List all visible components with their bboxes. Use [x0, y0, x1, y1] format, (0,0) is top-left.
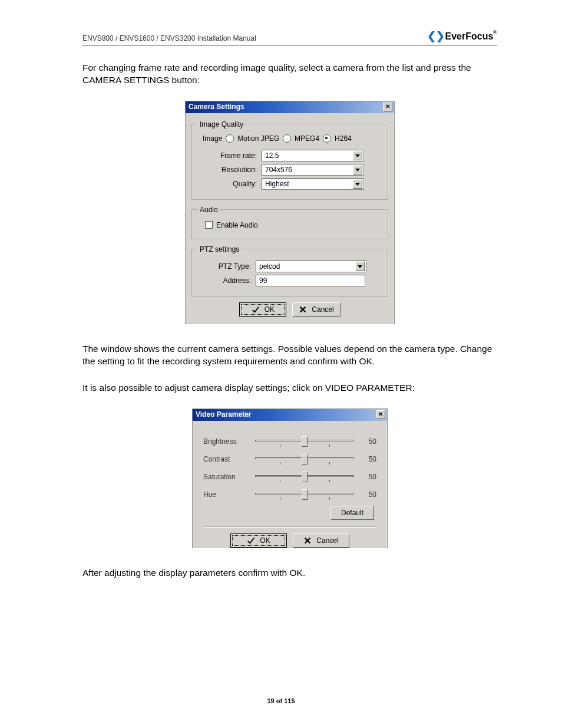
- resolution-value: 704x576: [265, 166, 292, 174]
- page-number: 19 of 115: [0, 697, 562, 704]
- cancel-button[interactable]: Cancel: [293, 533, 349, 548]
- hue-label: Hue: [203, 490, 250, 499]
- svg-marker-1: [355, 169, 360, 172]
- brightness-slider[interactable]: [255, 435, 354, 448]
- paragraph-4: After adjusting the display parameters c…: [82, 567, 497, 579]
- check-icon: [252, 305, 260, 314]
- contrast-label: Contrast: [203, 455, 250, 463]
- contrast-slider[interactable]: [255, 453, 354, 466]
- saturation-label: Saturation: [203, 473, 250, 481]
- video-parameter-title: Video Parameter: [196, 410, 252, 419]
- chevron-down-icon[interactable]: [353, 151, 362, 160]
- ptz-group: PTZ settings PTZ Type: pelcod Address: 9…: [191, 245, 388, 297]
- svg-marker-0: [355, 154, 360, 157]
- radio-h264-label: H264: [335, 134, 352, 143]
- hue-slider[interactable]: [255, 488, 354, 501]
- frame-rate-combo[interactable]: 12.5: [262, 150, 364, 162]
- radio-mjpeg-label: Motion JPEG: [237, 134, 279, 143]
- x-icon: [299, 305, 307, 314]
- resolution-combo[interactable]: 704x576: [262, 164, 364, 176]
- video-parameter-dialog: Video Parameter ✕ Brightness 50 Contrast: [192, 409, 388, 548]
- image-quality-legend: Image Quality: [198, 120, 245, 129]
- brightness-value: 50: [359, 437, 376, 446]
- ptz-type-label: PTZ Type:: [198, 262, 256, 271]
- audio-legend: Audio: [198, 206, 220, 214]
- address-label: Address:: [198, 276, 256, 285]
- video-parameter-titlebar[interactable]: Video Parameter ✕: [193, 409, 387, 421]
- paragraph-2: The window shows the current camera sett…: [82, 343, 497, 368]
- cancel-button[interactable]: Cancel: [292, 302, 340, 317]
- saturation-slider[interactable]: [255, 470, 354, 483]
- radio-h264[interactable]: [323, 134, 331, 143]
- ok-label: OK: [260, 536, 270, 545]
- ptz-legend: PTZ settings: [198, 245, 241, 253]
- ok-label: OK: [265, 305, 275, 314]
- address-input[interactable]: 99: [256, 275, 365, 286]
- paragraph-1: For changing frame rate and recording im…: [82, 62, 497, 87]
- brightness-label: Brightness: [203, 437, 250, 446]
- header-divider: [82, 45, 497, 45]
- quality-value: Highest: [265, 180, 289, 188]
- default-button[interactable]: Default: [330, 506, 374, 520]
- saturation-value: 50: [359, 473, 376, 481]
- enable-audio-checkbox[interactable]: [205, 221, 213, 229]
- doc-title: ENVS800 / ENVS1600 / ENVS3200 Installati…: [82, 34, 256, 42]
- ok-button[interactable]: OK: [230, 533, 287, 548]
- chevron-down-icon[interactable]: [353, 165, 362, 174]
- chevron-down-icon[interactable]: [353, 179, 362, 189]
- ok-button[interactable]: OK: [239, 302, 286, 317]
- paragraph-3: It is also possible to adjust camera dis…: [82, 382, 497, 394]
- check-icon: [247, 536, 255, 545]
- x-icon: [303, 536, 312, 545]
- brand-icon: ❮❯: [427, 30, 445, 42]
- chevron-down-icon[interactable]: [355, 262, 365, 271]
- default-label: Default: [341, 509, 363, 517]
- ptz-type-combo[interactable]: pelcod: [256, 261, 366, 272]
- hue-value: 50: [359, 490, 376, 499]
- camera-settings-title: Camera Settings: [189, 103, 244, 111]
- frame-rate-label: Frame rate:: [198, 151, 262, 160]
- cancel-label: Cancel: [312, 305, 333, 314]
- frame-rate-value: 12.5: [265, 151, 279, 160]
- svg-marker-2: [355, 183, 360, 186]
- brand-logo: ❮❯EverFocus®: [427, 29, 497, 42]
- enable-audio-label: Enable Audio: [216, 221, 258, 229]
- address-value: 99: [259, 276, 267, 285]
- image-label: Image: [203, 134, 222, 143]
- quality-label: Quality:: [198, 180, 262, 188]
- radio-mjpeg[interactable]: [226, 134, 234, 143]
- ptz-type-value: pelcod: [259, 262, 280, 271]
- close-icon[interactable]: ✕: [383, 103, 392, 111]
- radio-mpeg4[interactable]: [283, 134, 291, 143]
- resolution-label: Resolution:: [198, 166, 262, 174]
- contrast-value: 50: [359, 455, 376, 463]
- camera-settings-dialog: Camera Settings ✕ Image Quality Image Mo…: [185, 101, 395, 324]
- svg-marker-3: [358, 265, 362, 268]
- image-quality-group: Image Quality Image Motion JPEG MPEG4 H2…: [191, 120, 388, 200]
- radio-mpeg4-label: MPEG4: [295, 134, 319, 143]
- audio-group: Audio Enable Audio: [191, 206, 388, 239]
- close-icon[interactable]: ✕: [376, 410, 385, 419]
- camera-settings-titlebar[interactable]: Camera Settings ✕: [186, 101, 394, 113]
- quality-combo[interactable]: Highest: [262, 178, 364, 190]
- cancel-label: Cancel: [316, 536, 338, 545]
